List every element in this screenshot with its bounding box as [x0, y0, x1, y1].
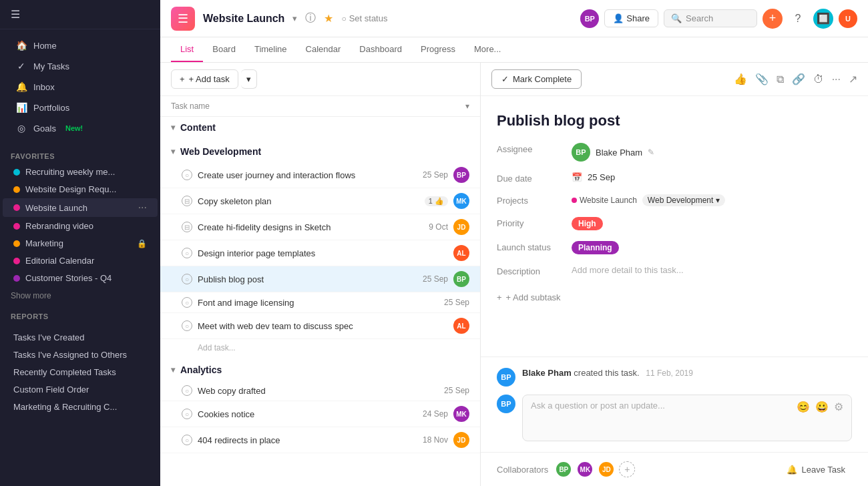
more-options-detail-icon[interactable]: ···: [832, 73, 841, 85]
due-date-value[interactable]: 📅 25 Sep: [572, 172, 615, 182]
tab-calendar[interactable]: Calendar: [296, 37, 351, 62]
sidebar-item-home[interactable]: 🏠 Home: [5, 35, 155, 55]
task-check-t2[interactable]: ⊟: [182, 196, 192, 206]
sidebar-fav-website-launch[interactable]: Website Launch ···: [3, 198, 158, 217]
content-area: + + Add task ▾ Task name ▾ ▾ Content ▾: [160, 63, 868, 486]
share-button[interactable]: 👤 Share: [604, 9, 658, 27]
task-avatar-t3: JD: [453, 219, 469, 235]
circle-icon: ○: [341, 14, 346, 23]
sidebar-item-inbox[interactable]: 🔔 Inbox: [5, 77, 155, 97]
assignee-edit-icon[interactable]: ✎: [648, 148, 654, 157]
detail-toolbar: ✓ Mark Complete 👍 📎 ⧉ 🔗 ⏱ ··· ↗: [481, 63, 868, 96]
tab-timeline[interactable]: Timeline: [245, 37, 296, 62]
report-tasks-created[interactable]: Tasks I've Created: [3, 329, 158, 346]
task-check-a2[interactable]: ○: [182, 409, 192, 419]
report-recently-completed[interactable]: Recently Completed Tasks: [3, 364, 158, 381]
smiley-icon[interactable]: 😀: [815, 401, 829, 413]
task-check-a3[interactable]: ○: [182, 435, 192, 445]
project-tag-1[interactable]: Website Launch: [572, 196, 637, 205]
tab-more[interactable]: More...: [465, 37, 510, 62]
report-tasks-assigned[interactable]: Tasks I've Assigned to Others: [3, 346, 158, 363]
mark-complete-button[interactable]: ✓ Mark Complete: [491, 69, 582, 89]
sidebar-item-my-tasks[interactable]: ✓ My Tasks: [5, 56, 155, 76]
add-task-bar: + + Add task ▾: [160, 63, 480, 96]
comment-input[interactable]: Ask a question or post an update... 😊 😀 …: [522, 395, 852, 441]
info-icon[interactable]: ⓘ: [305, 11, 316, 25]
project-tag-2[interactable]: Web Development ▾: [642, 194, 726, 206]
attach-icon[interactable]: 📎: [755, 73, 769, 85]
section-analytics-header[interactable]: ▾ Analytics: [160, 359, 480, 381]
col-sort-icon[interactable]: ▾: [465, 101, 469, 111]
task-check-t3[interactable]: ⊟: [182, 222, 192, 232]
task-avatar-t7: AL: [453, 318, 469, 334]
task-check-t4[interactable]: ○: [182, 248, 192, 258]
priority-field: Priority High: [497, 217, 852, 230]
leave-task-button[interactable]: 🔔 Leave Task: [780, 461, 852, 478]
task-check-t6[interactable]: ○: [182, 297, 192, 308]
task-check-a1[interactable]: ○: [182, 385, 192, 396]
report-custom-field[interactable]: Custom Field Order: [3, 381, 158, 398]
hamburger-icon[interactable]: ☰: [11, 8, 20, 21]
priority-value[interactable]: High: [572, 217, 603, 230]
profile-avatar[interactable]: U: [839, 9, 857, 28]
section-content-header[interactable]: ▾ Content: [160, 117, 480, 138]
task-item-t1[interactable]: ○ Create user journey and interaction fl…: [160, 162, 480, 188]
task-item-t5[interactable]: ○ Publish blog post 25 Sep BP: [160, 266, 480, 292]
sidebar-fav-editorial[interactable]: Editorial Calendar: [3, 252, 158, 269]
launch-status-value[interactable]: Planning: [572, 241, 619, 254]
activity-avatar: BP: [497, 368, 515, 387]
set-status-link[interactable]: ○ Set status: [341, 13, 387, 23]
thumbs-up-icon[interactable]: 👍: [734, 73, 747, 85]
activity-item: BP Blake Pham created this task. 11 Feb,…: [497, 368, 852, 387]
task-item-a1[interactable]: ○ Web copy drafted 25 Sep: [160, 381, 480, 401]
task-item-t6[interactable]: ○ Font and image licensing 25 Sep: [160, 292, 480, 313]
add-collaborator-button[interactable]: +: [619, 461, 635, 477]
add-task-button[interactable]: + + Add task: [171, 69, 238, 89]
task-item-a3[interactable]: ○ 404 redirects in place 18 Nov JD: [160, 427, 480, 453]
tab-list[interactable]: List: [171, 37, 203, 62]
sidebar-fav-recruiting[interactable]: Recruiting weekly me...: [3, 164, 158, 180]
sidebar-fav-customer[interactable]: Customer Stories - Q4: [3, 270, 158, 286]
add-button[interactable]: +: [763, 9, 783, 29]
tab-progress[interactable]: Progress: [411, 37, 465, 62]
sidebar-fav-website-design[interactable]: Website Design Requ...: [3, 181, 158, 198]
description-value[interactable]: Add more detail to this task...: [572, 265, 684, 275]
task-item-t3[interactable]: ⊟ Create hi-fidelity designs in Sketch 9…: [160, 214, 480, 240]
sidebar-fav-marketing[interactable]: Marketing 🔒: [3, 235, 158, 252]
add-task-dropdown-button[interactable]: ▾: [241, 69, 257, 89]
copy-icon[interactable]: ⧉: [777, 73, 784, 85]
dropdown-chevron-icon: ▾: [716, 196, 720, 205]
sidebar-fav-rebranding[interactable]: Rebranding video: [3, 218, 158, 234]
sidebar-item-goals[interactable]: ◎ Goals New!: [5, 118, 155, 138]
settings-icon[interactable]: ⚙: [834, 401, 843, 413]
timer-icon[interactable]: ⏱: [813, 73, 824, 85]
notifications-button[interactable]: 🔲: [813, 9, 833, 29]
star-icon[interactable]: ★: [324, 12, 333, 25]
task-item-t2[interactable]: ⊟ Copy skeleton plan 1 👍 MK: [160, 188, 480, 214]
search-box[interactable]: 🔍 Search: [664, 9, 757, 27]
task-avatar-t4: AL: [453, 245, 469, 261]
section-web-development-header[interactable]: ▾ Web Development: [160, 141, 480, 162]
task-item-a2[interactable]: ○ Cookies notice 24 Sep MK: [160, 401, 480, 427]
link-icon[interactable]: 🔗: [792, 73, 805, 85]
tab-board[interactable]: Board: [203, 37, 245, 62]
show-more-button[interactable]: Show more: [0, 287, 160, 304]
tab-dashboard[interactable]: Dashboard: [350, 37, 411, 62]
emoji-icon[interactable]: 😊: [797, 401, 810, 413]
task-item-t4[interactable]: ○ Design interior page templates AL: [160, 240, 480, 266]
report-marketing-recruiting[interactable]: Marketing & Recruiting C...: [3, 399, 158, 415]
add-subtask-button[interactable]: + + Add subtask: [497, 287, 852, 308]
task-check-t1[interactable]: ○: [182, 170, 192, 180]
sidebar-item-portfolios[interactable]: 📊 Portfolios: [5, 97, 155, 117]
add-task-row-web[interactable]: Add task...: [160, 339, 480, 356]
task-item-t7[interactable]: ○ Meet with web dev team to discuss spec…: [160, 313, 480, 339]
more-options-icon[interactable]: ···: [138, 202, 147, 214]
assignee-value[interactable]: BP Blake Pham ✎: [572, 143, 654, 162]
task-check-t7[interactable]: ○: [182, 320, 192, 331]
rebranding-dot: [13, 223, 20, 230]
task-check-t5[interactable]: ○: [182, 274, 192, 284]
expand-icon[interactable]: ↗: [849, 73, 857, 85]
chevron-down-icon[interactable]: ▾: [292, 13, 297, 23]
help-button[interactable]: ?: [788, 9, 808, 29]
description-label: Description: [497, 265, 564, 276]
